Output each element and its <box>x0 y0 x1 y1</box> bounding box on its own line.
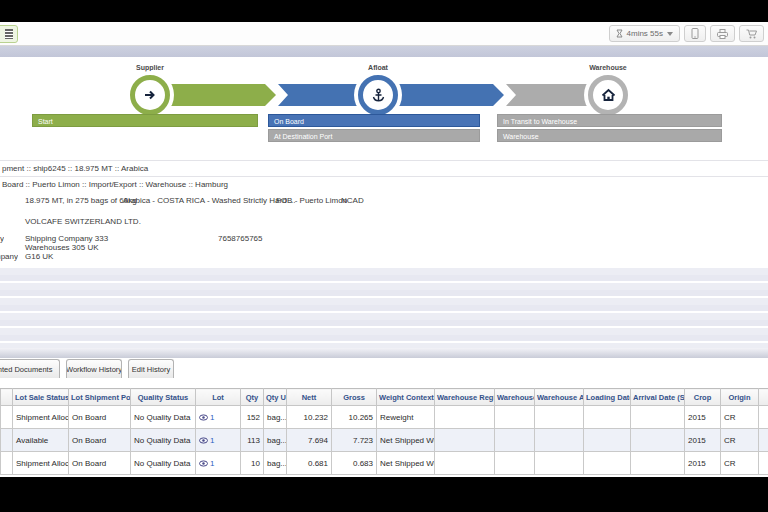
cell-nett: 7.694 <box>287 429 332 452</box>
cell-quality: No Quality Data <box>131 429 196 452</box>
cell-qty: 152 <box>241 406 264 429</box>
lots-table: Lot Sale Status Lot Shipment Point S Qua… <box>0 388 768 475</box>
substage-in-transit-to-warehouse[interactable]: In Transit to Warehouse <box>497 114 722 127</box>
lot-link[interactable]: 1 <box>210 436 214 445</box>
col-warehouse-arrival[interactable]: Warehouse Arriv <box>535 389 584 406</box>
col-origin[interactable]: Origin <box>721 389 759 406</box>
cell-origin: CR <box>721 406 759 429</box>
company-name: VOLCAFE SWITZERLAND LTD. <box>25 217 141 226</box>
divider <box>0 176 768 177</box>
warehouse-company-value: Warehouses 305 UK <box>25 243 99 252</box>
cell-crop: 2015 <box>685 406 721 429</box>
cell-origin: CR <box>721 429 759 452</box>
company-value: G16 UK <box>25 252 53 261</box>
tracker-node-supplier[interactable] <box>130 75 170 115</box>
col-loading-date[interactable]: Loading Date (S <box>584 389 631 406</box>
cell-origin: CR <box>721 452 759 475</box>
cell-lot: 1 <box>196 429 241 452</box>
col-warehouse-region[interactable]: Warehouse Regio <box>435 389 495 406</box>
anchor-icon <box>371 88 386 103</box>
cart-icon <box>746 29 757 39</box>
cell-weight-context: Net Shipped Weight <box>377 452 435 475</box>
col-extra <box>759 389 768 406</box>
substage-warehouse[interactable]: Warehouse <box>497 129 722 142</box>
quality-text: Arabica - COSTA RICA - Washed Strictly H… <box>123 196 296 205</box>
table-row[interactable]: Shipment Allocated On Board No Quality D… <box>1 452 768 475</box>
arrow-right-icon <box>143 88 157 102</box>
shipping-company-phone: 7658765765 <box>218 234 263 243</box>
cell-shipment-point: On Board <box>69 452 131 475</box>
home-icon <box>601 88 616 102</box>
eye-icon[interactable] <box>199 460 208 467</box>
substage-on-board[interactable]: On Board <box>268 114 480 127</box>
timer-dropdown-button[interactable]: 4mins 55s <box>609 25 680 42</box>
cell-weight-context: Reweight <box>377 406 435 429</box>
toolbar-left-button[interactable] <box>0 25 18 43</box>
table-row[interactable]: Shipment Allocated On Board No Quality D… <box>1 406 768 429</box>
section-shadow <box>0 348 768 358</box>
cell-nett: 0.681 <box>287 452 332 475</box>
cell-gross: 10.265 <box>332 406 377 429</box>
lot-link[interactable]: 1 <box>210 413 214 422</box>
shipping-company-value: Shipping Company 333 <box>25 234 108 243</box>
shipment-summary-line: pment :: ship6245 :: 18.975 MT :: Arabic… <box>2 164 148 173</box>
cell-qty-unit: bag... <box>264 452 287 475</box>
col-quality-status[interactable]: Quality Status <box>131 389 196 406</box>
printer-button[interactable] <box>710 25 735 42</box>
table-row[interactable]: Available On Board No Quality Data 1 113… <box>1 429 768 452</box>
tab-workflow-history[interactable]: Workflow History <box>66 359 122 378</box>
quantity-text: 18.975 MT, in 275 bags of 69kg <box>25 196 137 205</box>
printer-icon <box>717 29 728 39</box>
eye-icon[interactable] <box>199 414 208 421</box>
substage-at-destination-port[interactable]: At Destination Port <box>268 129 480 142</box>
col-lot-shipment-point[interactable]: Lot Shipment Point S <box>69 389 131 406</box>
col-qty-unit[interactable]: Qty Un <box>264 389 287 406</box>
cell-sale-status: Shipment Allocated <box>13 452 69 475</box>
cell-quality: No Quality Data <box>131 406 196 429</box>
cell-sale-status: Shipment Allocated <box>13 406 69 429</box>
col-nett[interactable]: Nett <box>287 389 332 406</box>
cell-crop: 2015 <box>685 429 721 452</box>
cell-weight-context: Net Shipped Weight <box>377 429 435 452</box>
cell-lot: 1 <box>196 452 241 475</box>
col-qty[interactable]: Qty <box>241 389 264 406</box>
col-lot-sale-status[interactable]: Lot Sale Status <box>13 389 69 406</box>
substage-start[interactable]: Start <box>32 114 258 127</box>
col-arrival-date[interactable]: Arrival Date (Sh <box>631 389 685 406</box>
eye-icon[interactable] <box>199 437 208 444</box>
toolbar: 4mins 55s <box>0 22 768 46</box>
tracker-node-afloat[interactable] <box>358 75 398 115</box>
clipboard-icon <box>5 29 13 39</box>
lot-link[interactable]: 1 <box>210 459 214 468</box>
tab-edit-history[interactable]: Edit History <box>128 359 174 378</box>
col-lot[interactable]: Lot <box>196 389 241 406</box>
cell-gross: 7.723 <box>332 429 377 452</box>
cell-qty: 10 <box>241 452 264 475</box>
col-weight-context[interactable]: Weight Context <box>377 389 435 406</box>
terms-text: FOB - Puerto Limon <box>276 196 347 205</box>
caret-down-icon <box>667 32 673 36</box>
shipping-company-label-fragment: y <box>0 234 4 243</box>
cell-sale-status: Available <box>13 429 69 452</box>
col-crop[interactable]: Crop <box>685 389 721 406</box>
cart-button[interactable] <box>739 25 764 42</box>
tablet-button[interactable] <box>684 25 706 42</box>
table-header-row: Lot Sale Status Lot Shipment Point S Qua… <box>1 389 768 406</box>
stage-label-afloat: Afloat <box>338 64 418 71</box>
timer-label: 4mins 55s <box>627 29 663 38</box>
collapsed-sections[interactable] <box>0 266 768 352</box>
cell-crop: 2015 <box>685 452 721 475</box>
app-window: 4mins 55s <box>0 0 768 512</box>
col-warehouse[interactable]: Warehouse <box>495 389 535 406</box>
divider <box>0 160 768 161</box>
tab-printed-documents[interactable]: rinted Documents <box>0 359 60 378</box>
cell-gross: 0.683 <box>332 452 377 475</box>
cell-shipment-point: On Board <box>69 429 131 452</box>
company-label-fragment: ompany <box>0 252 18 261</box>
col-gross[interactable]: Gross <box>332 389 377 406</box>
cell-qty: 113 <box>241 429 264 452</box>
hourglass-icon <box>616 29 623 39</box>
currency-text: NCAD <box>341 196 364 205</box>
tracker-node-warehouse[interactable] <box>588 75 628 115</box>
cell-qty-unit: bag... <box>264 429 287 452</box>
